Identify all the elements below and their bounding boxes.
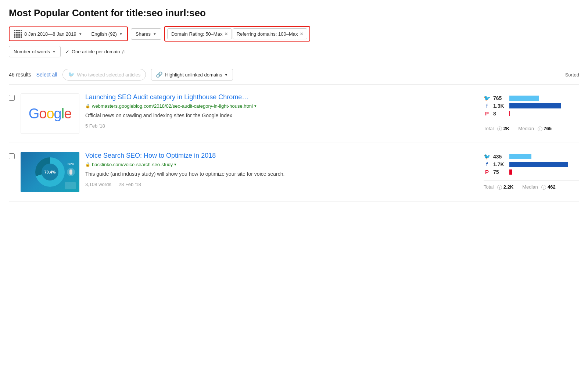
number-of-words-label: Number of words xyxy=(14,49,50,54)
twitter-share-icon-1: 🐦 xyxy=(484,95,490,101)
google-logo: Google xyxy=(29,106,72,122)
twitter-bar-2 xyxy=(509,154,579,159)
facebook-count-1: 1.3K xyxy=(493,103,506,109)
select-all-link[interactable]: Select all xyxy=(36,72,57,78)
median-info-icon-2[interactable]: i xyxy=(541,185,546,190)
language-label: English (92) xyxy=(92,31,117,37)
facebook-count-2: 1.7K xyxy=(493,161,506,167)
result-checkbox-2[interactable] xyxy=(9,153,15,159)
share-row-pinterest-2: P 75 xyxy=(484,169,579,175)
result-checkbox-1[interactable] xyxy=(9,95,15,101)
results-count: 46 results xyxy=(9,72,31,78)
words-arrow: ▼ xyxy=(52,50,56,54)
pinterest-bar-2 xyxy=(509,169,579,175)
date-range-filter[interactable]: 8 Jan 2018—8 Jan 2019 ▼ xyxy=(10,27,87,40)
one-article-filter[interactable]: ✓ One article per domain β xyxy=(65,49,125,55)
result-card-2: 70.4% 50% Voice Search SEO: How to Optim… xyxy=(9,143,579,201)
result-meta-1: 5 Feb '18 xyxy=(85,123,470,129)
median-item-1: Median i 765 xyxy=(518,126,552,131)
url-text-2[interactable]: backlinko.com/voice-search-seo-study xyxy=(92,162,173,167)
result-desc-1: Official news on crawling and indexing s… xyxy=(85,112,470,119)
result-thumb-1: Google xyxy=(21,93,79,134)
median-item-2: Median i 462 xyxy=(522,184,556,190)
facebook-bar-1 xyxy=(509,103,579,108)
voice-search-thumb: 70.4% 50% xyxy=(21,152,79,192)
highlight-arrow: ▼ xyxy=(225,73,228,77)
result-words-2: 3,108 words xyxy=(85,182,111,187)
facebook-bar-2 xyxy=(509,162,579,167)
result-main-2: Voice Search SEO: How to Optimize in 201… xyxy=(85,152,470,187)
median-label-1: Median xyxy=(518,126,534,131)
filters-row-1: 8 Jan 2018—8 Jan 2019 ▼ English (92) ▼ S… xyxy=(9,26,579,42)
share-row-pinterest-1: P 8 xyxy=(484,110,579,117)
filter-group-left: 8 Jan 2018—8 Jan 2019 ▼ English (92) ▼ xyxy=(9,26,128,41)
total-info-icon-2[interactable]: i xyxy=(497,185,502,190)
total-item-1: Total i 2K xyxy=(484,126,509,131)
page-title: Most Popular Content for title:seo inurl… xyxy=(9,7,579,19)
date-range-arrow: ▼ xyxy=(79,32,82,36)
language-arrow: ▼ xyxy=(119,32,123,36)
median-info-icon-1[interactable]: i xyxy=(538,126,542,131)
total-label-2: Total xyxy=(484,184,494,190)
result-shares-1: 🐦 765 f 1.3K P 8 xyxy=(476,93,579,131)
voice-device-icon xyxy=(65,182,76,189)
facebook-bar-fill-1 xyxy=(509,103,561,108)
share-row-facebook-2: f 1.7K xyxy=(484,161,579,167)
twitter-count-1: 765 xyxy=(493,95,506,101)
domain-rating-label: Domain Rating: 50–Max xyxy=(171,31,222,37)
result-desc-2: This guide (and industry study) will sho… xyxy=(85,170,470,178)
grid-icon xyxy=(14,30,22,38)
who-tweeted-button[interactable]: 🐦 Who tweeted selected articles xyxy=(62,69,146,81)
domain-rating-close[interactable]: × xyxy=(225,31,227,37)
twitter-share-icon-2: 🐦 xyxy=(484,153,490,160)
number-of-words-filter[interactable]: Number of words ▼ xyxy=(9,46,61,57)
checkmark-icon: ✓ xyxy=(65,49,69,55)
shares-label: Shares xyxy=(136,31,151,37)
share-row-twitter-2: 🐦 435 xyxy=(484,153,579,160)
one-article-label: One article per domain xyxy=(72,49,120,54)
result-shares-2: 🐦 435 f 1.7K P 75 xyxy=(476,152,579,190)
twitter-bar-fill-2 xyxy=(509,154,531,159)
result-card-1: Google Launching SEO Audit category in L… xyxy=(9,85,579,143)
lock-icon-2: 🔒 xyxy=(85,162,90,167)
total-value-2: 2.2K xyxy=(503,184,513,190)
filters-row-2: Number of words ▼ ✓ One article per doma… xyxy=(9,46,579,57)
facebook-share-icon-1: f xyxy=(484,103,490,109)
pinterest-bar-1 xyxy=(509,111,579,116)
pinterest-count-1: 8 xyxy=(493,111,506,117)
median-value-2: 462 xyxy=(548,184,556,190)
pinterest-bar-fill-2 xyxy=(509,169,512,175)
referring-domains-close[interactable]: × xyxy=(300,31,303,37)
url-caret-2[interactable]: ▾ xyxy=(174,162,176,167)
shares-filter[interactable]: Shares ▼ xyxy=(131,28,161,40)
language-filter[interactable]: English (92) ▼ xyxy=(87,29,127,39)
result-url-1: 🔒 webmasters.googleblog.com/2018/02/seo-… xyxy=(85,103,470,109)
share-row-facebook-1: f 1.3K xyxy=(484,103,579,109)
pinterest-share-icon-1: P xyxy=(484,110,490,117)
result-title-1[interactable]: Launching SEO Audit category in Lighthou… xyxy=(85,93,470,101)
who-tweeted-label: Who tweeted selected articles xyxy=(77,72,141,78)
beta-badge: β xyxy=(122,50,124,54)
filter-group-right: Domain Rating: 50–Max × Referring domain… xyxy=(164,26,310,42)
total-label-1: Total xyxy=(484,126,494,131)
voice-assistant-icon xyxy=(67,168,75,176)
url-text-1[interactable]: webmasters.googleblog.com/2018/02/seo-au… xyxy=(92,103,253,109)
result-title-2[interactable]: Voice Search SEO: How to Optimize in 201… xyxy=(85,152,470,160)
facebook-bar-fill-2 xyxy=(509,162,568,167)
total-info-icon-1[interactable]: i xyxy=(497,126,502,131)
result-main-1: Launching SEO Audit category in Lighthou… xyxy=(85,93,470,129)
pinterest-count-2: 75 xyxy=(493,169,506,175)
url-caret-1[interactable]: ▾ xyxy=(254,104,257,108)
share-totals-1: Total i 2K Median i 765 xyxy=(484,122,579,131)
date-range-label: 8 Jan 2018—8 Jan 2019 xyxy=(24,31,76,37)
highlight-button[interactable]: 🔗 Highlight unlinked domains ▼ xyxy=(151,69,233,81)
share-row-twitter-1: 🐦 765 xyxy=(484,95,579,101)
referring-domains-filter: Referring domains: 100–Max × xyxy=(233,28,307,39)
result-date-1: 5 Feb '18 xyxy=(85,123,105,129)
result-thumb-2: 70.4% 50% xyxy=(21,152,79,192)
facebook-share-icon-2: f xyxy=(484,161,490,167)
voice-pct-big: 70.4% xyxy=(44,170,55,174)
results-list: Google Launching SEO Audit category in L… xyxy=(9,85,579,201)
voice-donut-chart: 70.4% xyxy=(35,157,65,187)
results-bar: 46 results Select all 🐦 Who tweeted sele… xyxy=(9,65,579,85)
